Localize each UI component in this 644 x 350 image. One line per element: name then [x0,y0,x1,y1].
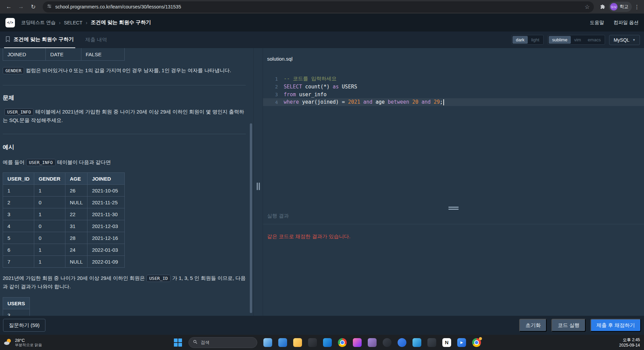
example-intro: 예를 들어USER_INFO테이블이 다음과 같다면 [3,158,246,167]
chrome-icon[interactable] [338,338,347,347]
compile-options-link[interactable]: 컴파일 옵션 [613,20,639,26]
reset-button[interactable]: 초기화 [519,319,547,332]
toggle-option-sublime[interactable]: sublime [549,36,571,44]
help-link[interactable]: 도움말 [590,20,604,26]
bookmark-star-icon[interactable]: ☆ [585,3,590,11]
file-explorer-icon[interactable] [293,338,302,347]
toggle-option-dark[interactable]: dark [512,36,528,44]
schema-cell: JOINED [3,48,45,60]
taskbar-search[interactable]: 검색 [188,337,257,348]
example-table-cell: 2 [3,197,34,208]
extensions-icon[interactable] [598,4,607,9]
site-settings-icon[interactable] [47,4,52,10]
schema-cell: DATE [45,48,81,60]
site-header: </> 코딩테스트 연습›SELECT›조건에 맞는 회원수 구하기 도움말 컴… [0,14,644,32]
vertical-splitter[interactable] [253,48,263,316]
table-row: 20NULL2021-11-25 [3,197,125,208]
splitter-grip-icon [257,183,260,190]
address-bar[interactable]: school.programmers.co.kr/learn/courses/3… [43,1,594,13]
chat-icon[interactable] [427,338,436,347]
opera-icon[interactable] [398,338,406,347]
movies-tv-icon[interactable]: ▶ [457,338,466,347]
run-code-button[interactable]: 코드 실행 [551,319,585,332]
language-select-value: MySQL [613,37,629,43]
chevron-down-icon: ▼ [632,38,636,42]
example-table-cell: 24 [65,244,87,256]
example-heading: 예시 [3,143,246,151]
search-label: 검색 [201,339,209,346]
code-text: -- 코드를 입력하세요 [278,76,337,82]
example-table-cell: 1 [34,244,65,256]
problem-heading: 문제 [3,94,246,102]
code-editor[interactable]: solution.sql 1-- 코드를 입력하세요2SELECT count(… [263,48,644,209]
example-table-cell: NULL [65,197,87,208]
tab-submissions-label: 제출 내역 [85,37,107,43]
browser-menu-icon[interactable]: ⋮ [633,4,641,10]
programmers-logo[interactable]: </> [5,18,15,27]
mail-icon[interactable] [278,338,287,347]
remote-desktop-icon[interactable] [412,338,421,347]
profile-chip[interactable]: 임상 학교 [609,2,632,12]
obs-icon[interactable] [383,338,391,347]
example-table-cell: 0 [34,197,65,208]
line-number: 3 [263,92,278,97]
notion-icon[interactable]: N [442,338,451,347]
example-table-cell: 6 [3,244,34,256]
taskbar-clock[interactable]: 오후 2:45 2025-09-14 [619,337,640,348]
code-line-3[interactable]: 3from user_info [263,90,644,98]
result-table-header-cell: USERS [3,297,30,309]
answer-note: 2021년에 가입한 회원 중 나이가 20세 이상 29세 이하인 회원은US… [3,274,246,291]
example-table-cell: 2021-12-03 [87,220,125,232]
breadcrumb-item[interactable]: SELECT [64,20,82,25]
code-line-2[interactable]: 2SELECT count(*) as USERS [263,83,644,90]
breadcrumb-separator: › [59,20,61,25]
language-select[interactable]: MySQL ▼ [609,35,640,45]
calculator-icon[interactable] [308,338,317,347]
inline-code-user-id: USER_ID [146,275,170,282]
profile-name: 학교 [620,4,628,10]
bookmark-icon[interactable] [5,36,10,43]
schema-table-partial: JOINED DATE FALSE [3,48,125,61]
problem-statement-text: 테이블에서 2021년에 가입한 회원 중 나이가 20세 이상 29세 이하인… [3,109,244,123]
scrollbar-thumb[interactable] [250,123,252,313]
example-intro-prefix: 예를 들어 [3,159,24,165]
toggle-option-light[interactable]: light [528,36,543,44]
example-table-cell: 3 [3,208,34,220]
media-player-icon[interactable] [353,338,362,347]
code-text: where year(joined) = 2021 and age betwee… [278,99,444,105]
browser-profile-icon[interactable] [472,338,481,347]
schema-cell: FALSE [81,48,124,60]
table-row: 71NULL2022-01-09 [3,256,125,268]
example-table-cell: 7 [3,256,34,268]
breadcrumb-item[interactable]: 조건에 맞는 회원수 구하기 [91,19,151,26]
taskbar-weather[interactable]: 28°C 부분적으로 맑음 [3,337,42,348]
example-table-cell: 5 [3,232,34,244]
tab-problem[interactable]: 조건에 맞는 회원수 구하기 [4,32,75,48]
horizontal-splitter[interactable] [448,207,459,210]
back-icon[interactable]: ← [3,1,14,12]
code-line-4[interactable]: 4where year(joined) = 2021 and age betwe… [263,98,644,106]
table-row: 61242022-01-03 [3,244,125,256]
example-table-cell: 2022-01-09 [87,256,125,268]
answer-note-prefix: 2021년에 가입한 회원 중 나이가 20세 이상 29세 이하인 회원은 [3,275,145,281]
submit-button[interactable]: 제출 후 채점하기 [590,319,641,332]
refresh-icon[interactable]: ↻ [28,1,39,12]
table-row: 3 [3,309,30,316]
line-number: 4 [263,100,278,105]
tab-submissions[interactable]: 제출 내역 [84,32,108,48]
widgets-icon[interactable] [263,338,272,347]
start-button[interactable] [174,338,182,347]
github-desktop-icon[interactable] [368,338,377,347]
browser-toolbar: ← → ↻ school.programmers.co.kr/learn/cou… [0,0,644,14]
question-button[interactable]: 질문하기 (59) [3,319,45,332]
tab-problem-label: 조건에 맞는 회원수 구하기 [14,36,74,43]
toggle-option-emacs[interactable]: emacs [584,36,604,44]
table-row: 31222021-11-30 [3,208,125,220]
clock-time: 오후 2:45 [619,337,640,343]
breadcrumb-item[interactable]: 코딩테스트 연습 [21,20,56,26]
code-line-1[interactable]: 1-- 코드를 입력하세요 [263,75,644,83]
example-table-cell: 26 [65,185,87,197]
toggle-option-vim[interactable]: vim [571,36,584,44]
forward-icon[interactable]: → [16,1,26,12]
store-icon[interactable] [323,338,332,347]
